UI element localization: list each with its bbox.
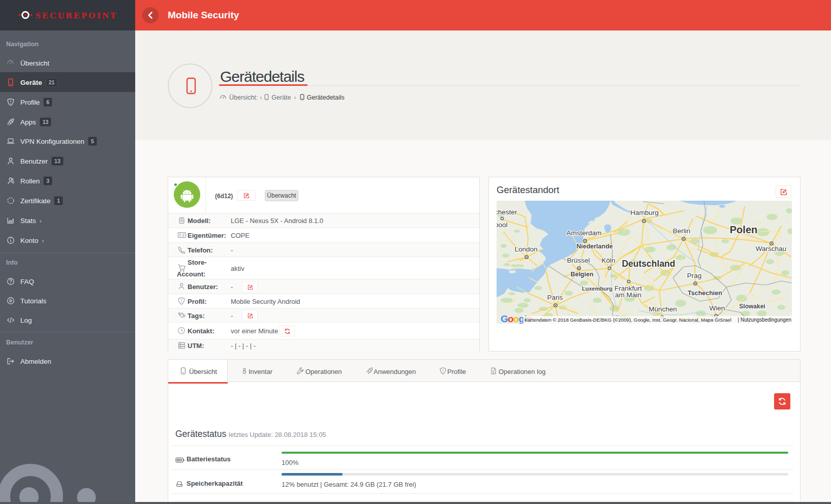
svg-text:Berlin: Berlin: [673, 227, 691, 235]
svg-text:Niederlande: Niederlande: [576, 243, 613, 250]
svg-text:Wien: Wien: [710, 304, 725, 312]
svg-text:Hamburg: Hamburg: [630, 209, 659, 216]
svg-text:Kartendaten © 2018 GeoBasis-DE: Kartendaten © 2018 GeoBasis-DE/BKG (©200…: [525, 317, 731, 323]
svg-text:Luxemburg: Luxemburg: [582, 286, 612, 292]
svg-text:Köln: Köln: [601, 257, 615, 264]
svg-text:chester: chester: [497, 208, 517, 216]
svg-text:Polen: Polen: [730, 224, 757, 235]
svg-text:Deutschland: Deutschland: [622, 259, 675, 269]
svg-text:Tschechien: Tschechien: [688, 290, 722, 297]
svg-text:| Nutzungsbedingungen: | Nutzungsbedingungen: [738, 317, 791, 323]
svg-text:München: München: [649, 305, 677, 313]
svg-text:Belgien: Belgien: [570, 271, 593, 278]
svg-text:am Main: am Main: [615, 291, 641, 299]
svg-text:Amsterdam: Amsterdam: [566, 229, 601, 237]
svg-text:Warschau: Warschau: [756, 245, 786, 253]
svg-text:Slowakei: Slowakei: [739, 303, 765, 310]
svg-text:Paris: Paris: [547, 294, 563, 301]
svg-text:SECUREPOINT: SECUREPOINT: [36, 10, 118, 20]
svg-text:Brüssel: Brüssel: [567, 257, 590, 264]
svg-text:pool: pool: [497, 221, 508, 229]
svg-text:London: London: [514, 245, 537, 253]
svg-text:Prag: Prag: [687, 272, 702, 279]
